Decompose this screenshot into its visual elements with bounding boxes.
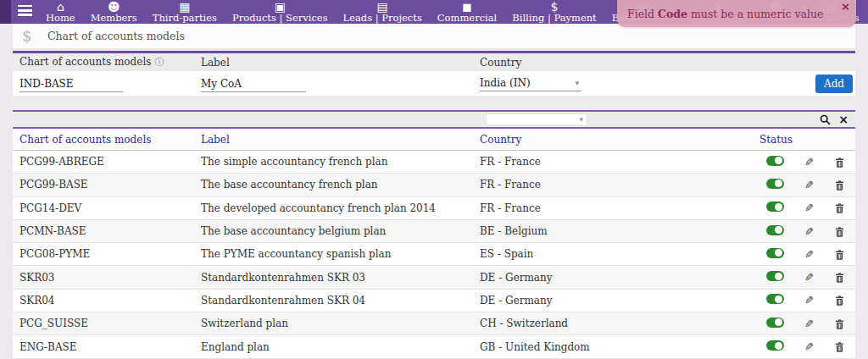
delete-button[interactable] bbox=[824, 318, 854, 329]
edit-icon[interactable]: ✎ bbox=[804, 318, 814, 330]
delete-button[interactable] bbox=[824, 295, 854, 307]
leads-projects-icon: ▤ bbox=[377, 3, 388, 12]
delete-button[interactable] bbox=[824, 248, 854, 260]
add-button[interactable]: Add bbox=[815, 75, 853, 93]
nav-item-leads-projects[interactable]: ▤ Leads | Projects bbox=[336, 0, 430, 24]
cell-country: FR - France bbox=[473, 179, 753, 191]
status-toggle[interactable] bbox=[766, 294, 784, 304]
edit-icon[interactable]: ✎ bbox=[804, 202, 814, 214]
delete-button[interactable] bbox=[824, 341, 854, 353]
column-header-country[interactable]: Country bbox=[473, 134, 753, 146]
search-button[interactable] bbox=[820, 114, 831, 125]
nav-item-billing-payment[interactable]: $ Billing | Payment bbox=[504, 0, 604, 24]
status-toggle[interactable] bbox=[766, 225, 784, 235]
info-icon: ⓘ bbox=[154, 57, 164, 68]
page-title-bar: $ Chart of accounts models bbox=[13, 24, 855, 48]
cell-label: The PYME accountancy spanish plan bbox=[194, 248, 473, 260]
nav-item-commercial[interactable]: ◼ Commercial bbox=[430, 0, 505, 24]
table-header-row: Chart of accounts models Label Country S… bbox=[13, 129, 855, 151]
edit-icon[interactable]: ✎ bbox=[804, 156, 814, 168]
form-header-label: Label bbox=[194, 57, 473, 69]
trash-icon bbox=[835, 295, 844, 306]
cell-model-code: PCG99-ABREGE bbox=[13, 156, 194, 168]
page-title: Chart of accounts models bbox=[47, 30, 185, 42]
status-toggle[interactable] bbox=[766, 156, 784, 166]
label-input[interactable] bbox=[201, 77, 306, 92]
nav-item-label: Leads | Projects bbox=[343, 12, 422, 24]
trash-icon bbox=[835, 157, 844, 168]
form-header-country: Country bbox=[473, 57, 753, 69]
cell-label: Standardkontenrahmen SKR 03 bbox=[194, 272, 473, 284]
status-toggle[interactable] bbox=[766, 202, 784, 212]
table-row: PCG14-DEV The developed accountancy fren… bbox=[13, 197, 855, 220]
cell-model-code: PCG99-BASE bbox=[13, 179, 194, 191]
nav-item-label: Commercial bbox=[437, 12, 498, 24]
clear-filter-button[interactable]: × bbox=[838, 114, 849, 124]
nav-item-products-services[interactable]: ▣ Products | Services bbox=[225, 0, 336, 24]
notification-message: Field Code must be a numeric value bbox=[627, 8, 823, 20]
add-model-form: Chart of accounts modelsⓘ Label Country … bbox=[13, 51, 855, 110]
cell-model-code: PCG14-DEV bbox=[13, 202, 194, 214]
nav-item-third-parties[interactable]: ▦ Third-parties bbox=[145, 0, 225, 24]
form-header-model: Chart of accounts modelsⓘ bbox=[13, 56, 194, 69]
edit-icon[interactable]: ✎ bbox=[804, 340, 814, 353]
status-toggle[interactable] bbox=[766, 248, 784, 258]
chevron-down-icon: ▾ bbox=[579, 115, 587, 124]
nav-item-label: Products | Services bbox=[232, 12, 328, 24]
trash-icon bbox=[835, 180, 844, 191]
delete-button[interactable] bbox=[824, 156, 854, 168]
edit-icon[interactable]: ✎ bbox=[804, 179, 814, 191]
nav-item-members[interactable]: ☻ Members bbox=[83, 0, 145, 24]
cell-label: England plan bbox=[194, 341, 473, 353]
model-code-input[interactable] bbox=[19, 77, 123, 92]
column-header-status[interactable]: Status bbox=[753, 134, 793, 146]
cell-model-code: SKR03 bbox=[13, 272, 194, 284]
status-toggle[interactable] bbox=[766, 318, 784, 328]
cell-country: FR - France bbox=[473, 156, 753, 168]
delete-button[interactable] bbox=[824, 272, 854, 284]
nav-item-home[interactable]: ⌂ Home bbox=[38, 0, 83, 24]
chevron-down-icon: ▾ bbox=[575, 79, 581, 87]
cell-model-code: PCG08-PYME bbox=[13, 248, 194, 260]
form-header-row: Chart of accounts modelsⓘ Label Country bbox=[13, 53, 855, 71]
filter-country-select[interactable]: ▾ bbox=[486, 113, 587, 126]
third-parties-icon: ▦ bbox=[179, 3, 190, 12]
trash-icon bbox=[835, 273, 844, 283]
delete-button[interactable] bbox=[824, 179, 854, 191]
country-select[interactable]: India (IN) ▾ bbox=[480, 76, 581, 91]
delete-button[interactable] bbox=[824, 225, 854, 237]
edit-icon[interactable]: ✎ bbox=[804, 248, 814, 261]
accounting-dollar-icon: $ bbox=[22, 27, 33, 45]
notification-close-icon[interactable]: × bbox=[841, 1, 850, 13]
edit-icon[interactable]: ✎ bbox=[804, 225, 814, 238]
hamburger-menu-button[interactable] bbox=[11, 0, 38, 24]
status-toggle[interactable] bbox=[766, 340, 784, 351]
edit-icon[interactable]: ✎ bbox=[804, 294, 814, 307]
members-icon: ☻ bbox=[108, 3, 120, 12]
table-row: SKR03 Standardkontenrahmen SKR 03 DE - G… bbox=[13, 266, 855, 289]
trash-icon bbox=[835, 319, 844, 329]
cell-model-code: SKR04 bbox=[13, 295, 194, 307]
country-select-value: India (IN) bbox=[480, 77, 531, 89]
cell-label: Standardkontenrahmen SKR 04 bbox=[194, 295, 473, 307]
home-icon: ⌂ bbox=[57, 3, 64, 12]
commercial-icon: ◼ bbox=[462, 3, 472, 12]
cell-country: BE - Belgium bbox=[473, 225, 753, 237]
column-header-model[interactable]: Chart of accounts models bbox=[13, 134, 194, 146]
billing-payment-icon: $ bbox=[551, 3, 559, 12]
cell-country: CH - Switzerland bbox=[473, 318, 753, 329]
delete-button[interactable] bbox=[824, 202, 854, 214]
hamburger-icon bbox=[18, 5, 32, 17]
trash-icon bbox=[835, 250, 844, 260]
list-filter-bar: ▾ × bbox=[13, 110, 855, 129]
edit-icon[interactable]: ✎ bbox=[804, 271, 814, 284]
search-icon bbox=[820, 114, 831, 125]
cell-model-code: PCMN-BASE bbox=[13, 225, 194, 237]
table-row: ENG-BASE England plan GB - United Kingdo… bbox=[13, 335, 855, 358]
notification-popup: Field Code must be a numeric value × bbox=[617, 0, 856, 27]
cell-country: FR - France bbox=[473, 202, 753, 214]
products-services-icon: ▣ bbox=[275, 3, 286, 12]
status-toggle[interactable] bbox=[766, 271, 784, 281]
status-toggle[interactable] bbox=[766, 179, 784, 189]
column-header-label[interactable]: Label bbox=[194, 134, 473, 146]
